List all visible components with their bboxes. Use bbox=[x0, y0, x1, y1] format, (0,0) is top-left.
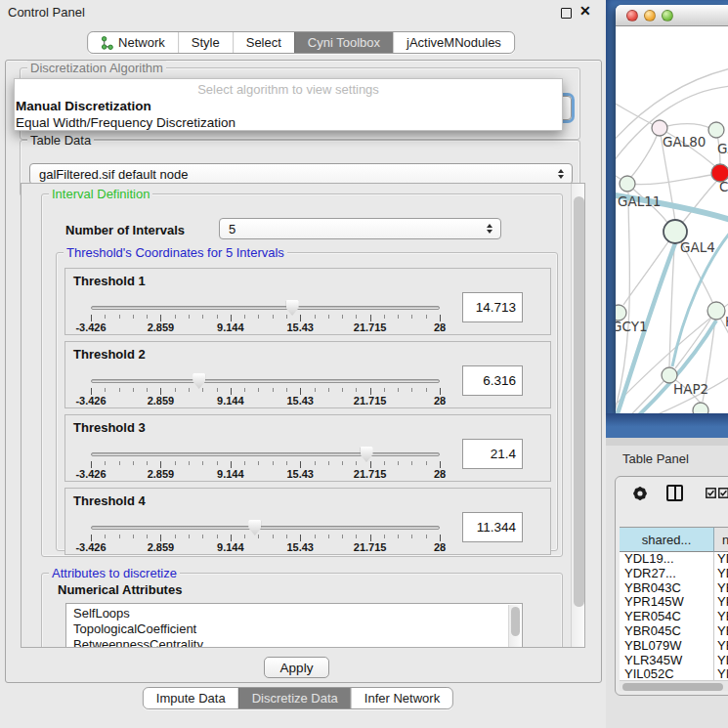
tick-marks bbox=[91, 315, 440, 323]
number-of-intervals-select[interactable]: 5 bbox=[219, 218, 501, 239]
tab-label: Infer Network bbox=[364, 691, 440, 706]
threshold-value-field[interactable]: 6.316 bbox=[462, 365, 523, 396]
network-window-titlebar bbox=[616, 5, 728, 26]
slider-track[interactable] bbox=[91, 379, 440, 383]
tab-style[interactable]: Style bbox=[178, 32, 233, 53]
attribute-item-betweennesscentrality[interactable]: BetweennessCentrality bbox=[66, 637, 522, 648]
cell-name[interactable]: YDR2 bbox=[714, 567, 728, 581]
list-scrollbar[interactable] bbox=[508, 605, 521, 648]
algorithm-option-equal-width-frequency-discretization[interactable]: Equal Width/Frequency Discretization bbox=[16, 114, 563, 131]
cell-name[interactable]: YBR0 bbox=[714, 581, 728, 596]
close-traffic-light[interactable] bbox=[626, 10, 638, 21]
cell-name[interactable]: YBL0 bbox=[714, 639, 728, 654]
tab-network[interactable]: Network bbox=[88, 32, 178, 53]
cell-name[interactable]: YBR0 bbox=[714, 624, 728, 639]
cell-shared-name[interactable]: YDR27... bbox=[620, 567, 714, 581]
slider-thumb[interactable] bbox=[361, 447, 373, 462]
float-window-icon[interactable] bbox=[561, 8, 572, 19]
attribute-item-topologicalcoefficient[interactable]: TopologicalCoefficient bbox=[66, 621, 522, 637]
cell-name[interactable]: YPR1 bbox=[714, 595, 728, 610]
tab-impute-data[interactable]: Impute Data bbox=[144, 688, 238, 708]
cell-shared-name[interactable]: YLR345W bbox=[620, 654, 714, 668]
checkbox-icon[interactable] bbox=[706, 488, 716, 498]
table-panel-area: Table Panel shared...n YDL19...YDL1YDR27… bbox=[606, 438, 728, 728]
zoom-traffic-light[interactable] bbox=[662, 10, 673, 21]
table-row[interactable]: YDL19...YDL1 bbox=[620, 552, 728, 567]
tick-label: 15.43 bbox=[286, 541, 314, 553]
cell-shared-name[interactable]: YDL19... bbox=[620, 552, 714, 567]
top-tab-bar: NetworkStyleSelectCyni ToolboxjActiveMNo… bbox=[87, 31, 515, 54]
column-header-shared[interactable]: shared... bbox=[620, 527, 714, 552]
threshold-value-field[interactable]: 11.344 bbox=[462, 512, 523, 542]
slider-track[interactable] bbox=[91, 452, 440, 456]
table-data-select[interactable]: galFiltered.sif default node bbox=[29, 163, 573, 185]
gear-icon[interactable] bbox=[631, 485, 649, 502]
control-panel-titlebar: Control Panel ✕ bbox=[0, 0, 606, 25]
tab-infer-network[interactable]: Infer Network bbox=[351, 688, 452, 708]
tick-label: 15.43 bbox=[286, 395, 314, 407]
table-row[interactable]: YBR045CYBR0 bbox=[620, 624, 728, 639]
slider-thumb[interactable] bbox=[248, 520, 261, 535]
attribute-item-selfloops[interactable]: SelfLoops bbox=[66, 606, 522, 621]
tab-select[interactable]: Select bbox=[233, 32, 294, 53]
tab-jactivemnodules[interactable]: jActiveMNodules bbox=[393, 32, 514, 53]
network-canvas[interactable]: GAL80GACGAL11GAL4GCY1HHAP2 bbox=[616, 26, 728, 413]
network-frame-bottom bbox=[606, 413, 728, 438]
scrollbar-thumb[interactable] bbox=[511, 607, 520, 636]
tab-cyni-toolbox[interactable]: Cyni Toolbox bbox=[294, 32, 393, 53]
threshold-value-field[interactable]: 14.713 bbox=[462, 292, 523, 322]
group-label: Discretization Algorithm bbox=[27, 61, 166, 75]
network-node-h[interactable] bbox=[707, 302, 725, 320]
minimize-traffic-light[interactable] bbox=[644, 10, 656, 21]
slider-track[interactable] bbox=[91, 526, 440, 530]
scrollbar-thumb[interactable] bbox=[622, 683, 723, 691]
numerical-attributes-list[interactable]: SelfLoopsTopologicalCoefficientBetweenne… bbox=[65, 603, 523, 648]
table-row[interactable]: YER054CYER0 bbox=[620, 610, 728, 624]
thresholds-group: Threshold's Coordinates for 5 Intervals … bbox=[56, 252, 558, 551]
table-row[interactable]: YLR345WYLR3 bbox=[620, 654, 728, 668]
network-node[interactable] bbox=[693, 403, 708, 413]
network-icon bbox=[101, 36, 113, 50]
network-node-ga[interactable] bbox=[708, 122, 724, 138]
tick-label: 9.144 bbox=[217, 468, 244, 480]
cell-name[interactable]: YER0 bbox=[714, 610, 728, 624]
tick-label: 21.715 bbox=[354, 541, 387, 553]
tab-label: Impute Data bbox=[156, 691, 226, 706]
attributes-group: Attributes to discretize Numerical Attri… bbox=[41, 573, 563, 648]
tab-label: Network bbox=[118, 35, 165, 50]
horizontal-scrollbar[interactable] bbox=[620, 680, 728, 691]
checkbox-icon[interactable] bbox=[718, 488, 728, 498]
threshold-value-field[interactable]: 21.4 bbox=[462, 439, 523, 469]
table-header-row: shared...n bbox=[620, 527, 728, 552]
table-row[interactable]: YBL079WYBL0 bbox=[620, 639, 728, 654]
table-row[interactable]: YBR043CYBR0 bbox=[620, 581, 728, 596]
table-row[interactable]: YPR145WYPR1 bbox=[620, 595, 728, 610]
split-columns-icon[interactable] bbox=[666, 485, 683, 501]
tab-label: Style bbox=[192, 35, 220, 50]
tab-discretize-data[interactable]: Discretize Data bbox=[238, 688, 351, 708]
network-graph[interactable]: GAL80GACGAL11GAL4GCY1HHAP2 bbox=[616, 26, 728, 413]
tick-label: 15.43 bbox=[286, 321, 314, 333]
close-icon[interactable]: ✕ bbox=[579, 3, 591, 19]
cell-shared-name[interactable]: YBR045C bbox=[620, 624, 714, 639]
node-label: GAL80 bbox=[663, 134, 706, 150]
cell-shared-name[interactable]: YBL079W bbox=[620, 639, 714, 654]
slider-track[interactable] bbox=[91, 306, 440, 310]
algorithm-option-manual-discretization[interactable]: Manual Discretization bbox=[16, 98, 563, 114]
cell-name[interactable]: YDL1 bbox=[714, 552, 728, 567]
tab-label: jActiveMNodules bbox=[407, 35, 501, 50]
scrollbar-thumb[interactable] bbox=[574, 196, 584, 607]
column-header-n[interactable]: n bbox=[714, 527, 728, 552]
cell-shared-name[interactable]: YER054C bbox=[620, 610, 714, 624]
slider-thumb[interactable] bbox=[286, 300, 299, 316]
cell-shared-name[interactable]: YPR145W bbox=[620, 595, 714, 610]
tick-marks bbox=[91, 535, 440, 543]
apply-button[interactable]: Apply bbox=[264, 657, 329, 678]
network-node-gal11[interactable] bbox=[620, 176, 635, 192]
table-row[interactable]: YDR27...YDR2 bbox=[620, 567, 728, 581]
cell-shared-name[interactable]: YBR043C bbox=[620, 581, 714, 596]
cell-name[interactable]: YLR3 bbox=[714, 654, 728, 668]
numerical-attributes-label: Numerical Attributes bbox=[58, 582, 182, 597]
vertical-scrollbar[interactable] bbox=[571, 184, 585, 647]
slider-thumb[interactable] bbox=[193, 373, 205, 389]
